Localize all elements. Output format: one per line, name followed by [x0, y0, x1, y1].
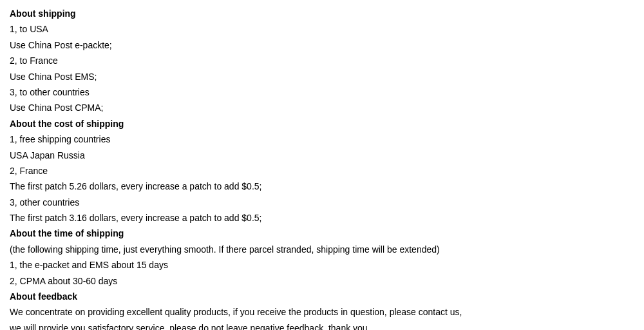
text-line: 1, the e-packet and EMS about 15 days	[10, 258, 634, 272]
text-line: About shipping	[10, 6, 634, 21]
text-line: The first patch 5.26 dollars, every incr…	[10, 179, 634, 193]
text-line: 1, free shipping countries	[10, 132, 634, 146]
section-shipping-methods: About shipping1, to USAUse China Post e-…	[10, 6, 634, 115]
text-line: 2, to France	[10, 53, 634, 68]
text-line: We concentrate on providing excellent qu…	[10, 305, 634, 319]
text-line: About the cost of shipping	[10, 117, 634, 131]
text-line: About feedback	[10, 289, 634, 304]
text-line: USA Japan Russia	[10, 148, 634, 162]
section-shipping-time: About the time of shipping(the following…	[10, 226, 634, 288]
text-line: 3, other countries	[10, 195, 634, 209]
text-line: Use China Post e-packte;	[10, 38, 634, 52]
section-shipping-cost: About the cost of shipping1, free shippi…	[10, 117, 634, 226]
main-content: About shipping1, to USAUse China Post e-…	[10, 6, 634, 330]
text-line: Use China Post EMS;	[10, 70, 634, 84]
text-line: 1, to USA	[10, 22, 634, 36]
text-line: About the time of shipping	[10, 226, 634, 240]
text-line: (the following shipping time, just every…	[10, 242, 634, 257]
text-line: 3, to other countries	[10, 85, 634, 99]
section-feedback: About feedbackWe concentrate on providin…	[10, 289, 634, 330]
text-line: 2, CPMA about 30-60 days	[10, 274, 634, 288]
text-line: The first patch 3.16 dollars, every incr…	[10, 211, 634, 225]
text-line: we will provide you satisfactory service…	[10, 321, 634, 330]
text-line: 2, France	[10, 164, 634, 178]
text-line: Use China Post CPMA;	[10, 101, 634, 115]
